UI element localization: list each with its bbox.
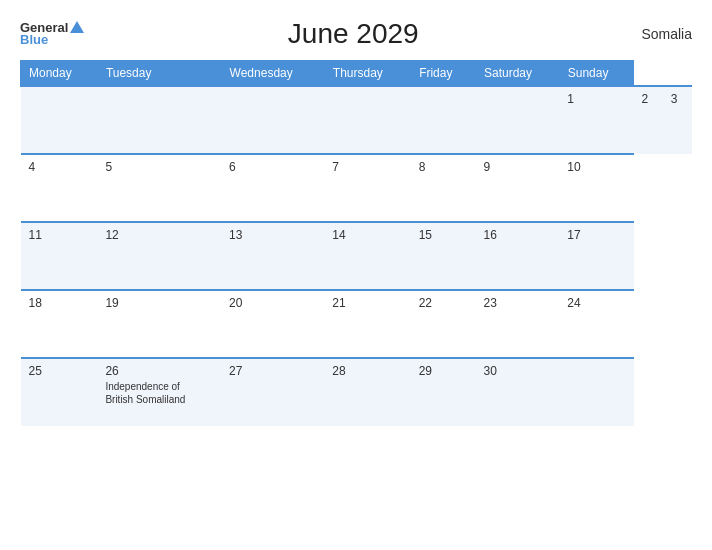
calendar-cell: 27 xyxy=(221,358,324,426)
day-number: 10 xyxy=(567,160,625,174)
calendar-cell: 29 xyxy=(411,358,476,426)
calendar-cell: 30 xyxy=(475,358,559,426)
calendar-cell: 22 xyxy=(411,290,476,358)
day-number: 28 xyxy=(332,364,402,378)
calendar-cell xyxy=(559,358,633,426)
day-number: 3 xyxy=(671,92,684,106)
calendar-cell: 7 xyxy=(324,154,410,222)
header-tuesday: Tuesday xyxy=(97,61,221,87)
calendar-cell: 6 xyxy=(221,154,324,222)
calendar-cell: 8 xyxy=(411,154,476,222)
calendar-title: June 2029 xyxy=(84,18,622,50)
day-number: 12 xyxy=(105,228,213,242)
header-monday: Monday xyxy=(21,61,98,87)
calendar-cell xyxy=(324,86,410,154)
calendar-cell: 12 xyxy=(97,222,221,290)
calendar-cell: 25 xyxy=(21,358,98,426)
day-number: 18 xyxy=(29,296,90,310)
logo-triangle-icon xyxy=(70,21,84,33)
calendar-cell: 19 xyxy=(97,290,221,358)
day-number: 24 xyxy=(567,296,625,310)
empty-cell xyxy=(21,86,98,154)
day-number: 7 xyxy=(332,160,402,174)
empty-cell xyxy=(97,86,221,154)
logo: General Blue xyxy=(20,21,84,48)
calendar-week-row: 123 xyxy=(21,86,693,154)
calendar-cell: 14 xyxy=(324,222,410,290)
day-number: 22 xyxy=(419,296,468,310)
days-header-row: Monday Tuesday Wednesday Thursday Friday… xyxy=(21,61,693,87)
calendar-header: General Blue June 2029 Somalia xyxy=(20,18,692,50)
calendar-page: General Blue June 2029 Somalia Monday Tu… xyxy=(0,0,712,550)
day-number: 16 xyxy=(483,228,551,242)
calendar-cell xyxy=(411,86,476,154)
calendar-cell: 16 xyxy=(475,222,559,290)
calendar-week-row: 11121314151617 xyxy=(21,222,693,290)
event-text: Independence of British Somaliland xyxy=(105,380,213,406)
calendar-cell: 10 xyxy=(559,154,633,222)
calendar-table: Monday Tuesday Wednesday Thursday Friday… xyxy=(20,60,692,426)
header-saturday: Saturday xyxy=(475,61,559,87)
day-number: 9 xyxy=(483,160,551,174)
day-number: 23 xyxy=(483,296,551,310)
header-friday: Friday xyxy=(411,61,476,87)
calendar-cell: 18 xyxy=(21,290,98,358)
day-number: 21 xyxy=(332,296,402,310)
day-number: 14 xyxy=(332,228,402,242)
header-thursday: Thursday xyxy=(324,61,410,87)
calendar-cell: 13 xyxy=(221,222,324,290)
calendar-cell: 1 xyxy=(559,86,633,154)
day-number: 25 xyxy=(29,364,90,378)
day-number: 19 xyxy=(105,296,213,310)
logo-blue: Blue xyxy=(20,33,48,47)
calendar-cell: 23 xyxy=(475,290,559,358)
calendar-cell: 4 xyxy=(21,154,98,222)
day-number: 4 xyxy=(29,160,90,174)
day-number: 6 xyxy=(229,160,316,174)
calendar-week-row: 45678910 xyxy=(21,154,693,222)
calendar-cell: 11 xyxy=(21,222,98,290)
day-number: 17 xyxy=(567,228,625,242)
day-number: 8 xyxy=(419,160,468,174)
day-number: 20 xyxy=(229,296,316,310)
day-number: 5 xyxy=(105,160,213,174)
country-name: Somalia xyxy=(622,26,692,42)
day-number: 11 xyxy=(29,228,90,242)
day-number: 2 xyxy=(642,92,655,106)
day-number: 30 xyxy=(483,364,551,378)
calendar-cell: 9 xyxy=(475,154,559,222)
header-sunday: Sunday xyxy=(559,61,633,87)
calendar-cell: 26Independence of British Somaliland xyxy=(97,358,221,426)
day-number: 13 xyxy=(229,228,316,242)
calendar-cell: 20 xyxy=(221,290,324,358)
calendar-cell: 5 xyxy=(97,154,221,222)
empty-cell xyxy=(221,86,324,154)
calendar-cell: 2 xyxy=(634,86,663,154)
calendar-cell: 3 xyxy=(663,86,692,154)
header-wednesday: Wednesday xyxy=(221,61,324,87)
day-number: 1 xyxy=(567,92,625,106)
calendar-week-row: 18192021222324 xyxy=(21,290,693,358)
calendar-cell xyxy=(475,86,559,154)
day-number: 15 xyxy=(419,228,468,242)
calendar-week-row: 2526Independence of British Somaliland27… xyxy=(21,358,693,426)
day-number: 29 xyxy=(419,364,468,378)
calendar-cell: 28 xyxy=(324,358,410,426)
calendar-cell: 17 xyxy=(559,222,633,290)
calendar-cell: 15 xyxy=(411,222,476,290)
day-number: 26 xyxy=(105,364,213,378)
day-number: 27 xyxy=(229,364,316,378)
calendar-cell: 21 xyxy=(324,290,410,358)
calendar-cell: 24 xyxy=(559,290,633,358)
